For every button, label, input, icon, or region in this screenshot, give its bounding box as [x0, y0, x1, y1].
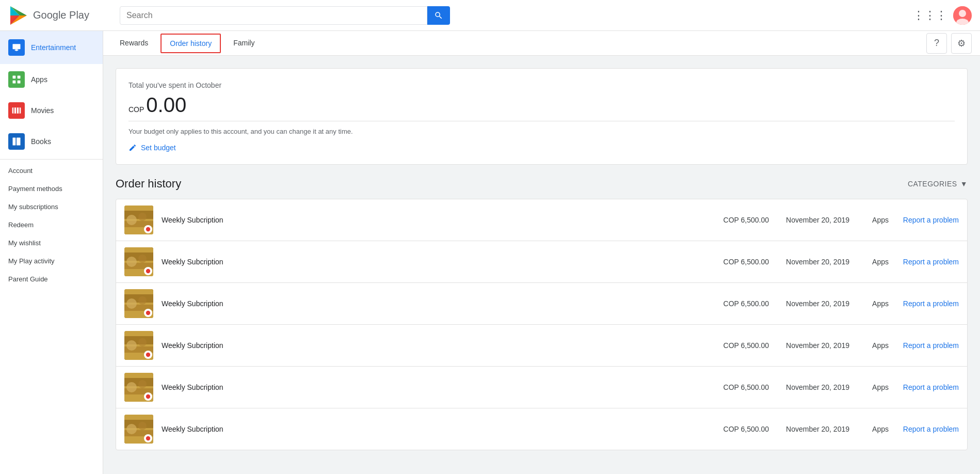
order-list: Weekly Subcription COP 6,500.00 November…: [116, 199, 968, 450]
report-problem-link[interactable]: Report a problem: [897, 341, 959, 350]
order-item-date: November 20, 2019: [777, 425, 849, 433]
sub-navigation: Rewards Order history Family ? ⚙: [103, 31, 980, 56]
entertainment-label: Entertainment: [31, 43, 76, 52]
table-row: Weekly Subcription COP 6,500.00 November…: [116, 408, 967, 450]
movies-icon: [8, 102, 25, 119]
chevron-down-icon: ▼: [960, 180, 968, 188]
svg-rect-20: [17, 138, 21, 146]
sidebar-item-apps[interactable]: Apps: [0, 64, 103, 95]
svg-rect-8: [13, 44, 21, 49]
svg-point-32: [146, 269, 150, 273]
budget-title: Total you've spent in October: [128, 81, 955, 89]
order-item-date: November 20, 2019: [777, 216, 849, 224]
order-item-name: Weekly Subcription: [162, 383, 699, 391]
budget-section: Total you've spent in October COP 0.00 Y…: [116, 68, 968, 165]
search-button[interactable]: [427, 6, 450, 25]
sub-nav-right: ? ⚙: [926, 33, 972, 54]
set-budget-link[interactable]: Set budget: [128, 144, 955, 152]
layout: Entertainment Apps: [0, 31, 980, 463]
grid-icon[interactable]: ⋮⋮⋮: [913, 9, 947, 22]
sidebar-item-movies[interactable]: Movies: [0, 95, 103, 126]
sidebar-item-my-play-activity[interactable]: My Play activity: [0, 252, 103, 270]
order-item-price: COP 6,500.00: [707, 341, 769, 350]
sidebar-divider: [0, 159, 103, 160]
order-thumbnail: [124, 206, 153, 234]
svg-point-38: [146, 311, 150, 315]
svg-point-30: [126, 257, 137, 267]
tab-order-history[interactable]: Order history: [160, 34, 221, 53]
svg-rect-10: [15, 49, 17, 51]
logo-text: Google Play: [33, 9, 89, 21]
order-item-price: COP 6,500.00: [707, 383, 769, 391]
svg-rect-17: [16, 107, 17, 114]
order-item-category: Apps: [858, 299, 889, 308]
header: Google Play ⋮⋮⋮: [0, 0, 980, 31]
sidebar-entertainment[interactable]: Entertainment: [0, 31, 103, 64]
help-icon: ?: [934, 38, 939, 49]
sidebar-item-parent-guide[interactable]: Parent Guide: [0, 270, 103, 288]
table-row: Weekly Subcription COP 6,500.00 November…: [116, 325, 967, 367]
sidebar-item-account[interactable]: Account: [0, 162, 103, 180]
help-button[interactable]: ?: [926, 33, 947, 54]
set-budget-label: Set budget: [141, 144, 176, 152]
avatar[interactable]: [953, 6, 972, 25]
order-item-date: November 20, 2019: [777, 341, 849, 350]
sidebar-item-payment-methods[interactable]: Payment methods: [0, 180, 103, 198]
report-problem-link[interactable]: Report a problem: [897, 299, 959, 308]
entertainment-symbol-icon: [11, 42, 22, 53]
order-thumbnail: [124, 331, 153, 360]
tab-family[interactable]: Family: [225, 31, 263, 56]
books-icon: [8, 133, 25, 150]
thumbnail-image: [124, 331, 153, 360]
thumbnail-image: [124, 247, 153, 276]
sidebar: Entertainment Apps: [0, 31, 103, 474]
order-header: Order history CATEGORIES ▼: [116, 177, 968, 191]
svg-point-6: [959, 10, 966, 17]
sidebar-item-redeem[interactable]: Redeem: [0, 216, 103, 234]
report-problem-link[interactable]: Report a problem: [897, 216, 959, 224]
svg-point-31: [138, 255, 147, 263]
tab-rewards[interactable]: Rewards: [111, 31, 156, 56]
order-item-date: November 20, 2019: [777, 299, 849, 308]
movies-label: Movies: [31, 106, 54, 115]
table-row: Weekly Subcription COP 6,500.00 November…: [116, 367, 967, 408]
main-content: Rewards Order history Family ? ⚙ Total y…: [103, 31, 980, 463]
books-label: Books: [31, 137, 51, 146]
report-problem-link[interactable]: Report a problem: [897, 383, 959, 391]
report-problem-link[interactable]: Report a problem: [897, 425, 959, 433]
header-right: ⋮⋮⋮: [913, 6, 972, 25]
order-item-price: COP 6,500.00: [707, 216, 769, 224]
order-item-date: November 20, 2019: [777, 258, 849, 266]
svg-point-55: [138, 422, 147, 430]
report-problem-link[interactable]: Report a problem: [897, 258, 959, 266]
thumbnail-badge: [144, 267, 152, 275]
order-item-category: Apps: [858, 425, 889, 433]
sidebar-item-books[interactable]: Books: [0, 126, 103, 157]
search-icon: [434, 11, 443, 20]
svg-rect-13: [13, 81, 16, 84]
search-input[interactable]: [120, 6, 427, 25]
settings-button[interactable]: ⚙: [951, 33, 972, 54]
order-item-name: Weekly Subcription: [162, 258, 699, 266]
order-item-name: Weekly Subcription: [162, 341, 699, 350]
order-item-category: Apps: [858, 341, 889, 350]
svg-rect-18: [19, 107, 20, 114]
order-item-price: COP 6,500.00: [707, 425, 769, 433]
categories-button[interactable]: CATEGORIES ▼: [908, 180, 968, 188]
svg-rect-11: [13, 76, 16, 79]
svg-point-36: [126, 298, 137, 309]
order-thumbnail: [124, 373, 153, 402]
books-symbol-icon: [11, 136, 22, 147]
svg-rect-12: [18, 76, 21, 79]
svg-point-44: [146, 353, 150, 357]
order-thumbnail: [124, 289, 153, 318]
sidebar-item-my-wishlist[interactable]: My wishlist: [0, 234, 103, 252]
budget-note: Your budget only applies to this account…: [128, 121, 955, 135]
order-item-price: COP 6,500.00: [707, 299, 769, 308]
order-item-category: Apps: [858, 216, 889, 224]
sidebar-item-my-subscriptions[interactable]: My subscriptions: [0, 198, 103, 216]
thumbnail-image: [124, 206, 153, 234]
pencil-icon: [128, 144, 137, 152]
svg-point-24: [126, 215, 137, 225]
badge-icon: [146, 436, 151, 441]
